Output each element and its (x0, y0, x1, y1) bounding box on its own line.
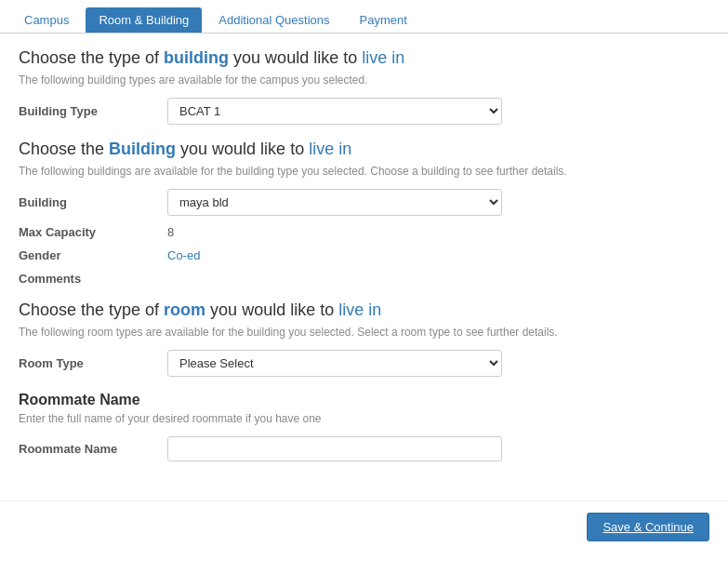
save-continue-button[interactable]: Save & Continue (587, 513, 709, 541)
section-building-type: Choose the type of building you would li… (19, 48, 709, 125)
section3-heading: Choose the type of room you would like t… (19, 300, 709, 320)
section-room-type: Choose the type of room you would like t… (19, 300, 709, 377)
building-type-row: Building Type BCAT 1 BCAT 2 BCAT 3 (19, 98, 709, 125)
max-capacity-value: 8 (167, 225, 174, 239)
section1-subtext: The following building types are availab… (19, 73, 709, 87)
roommate-name-label: Roommate Name (19, 442, 167, 456)
roommate-subtext: Enter the full name of your desired room… (19, 412, 709, 425)
tab-payment[interactable]: Payment (347, 7, 420, 33)
section3-heading-live: live in (338, 300, 381, 319)
section-choose-building: Choose the Building you would like to li… (19, 140, 709, 286)
section1-heading-highlight: building (164, 48, 229, 67)
nav-tabs: Campus Room & Building Additional Questi… (0, 0, 728, 33)
section2-heading: Choose the Building you would like to li… (19, 140, 709, 159)
section3-heading-highlight: room (164, 300, 205, 319)
section1-heading-prefix: Choose the type of (19, 48, 164, 67)
tab-room-building[interactable]: Room & Building (86, 7, 202, 33)
section3-heading-suffix: you would like to (205, 300, 338, 319)
tab-additional-questions[interactable]: Additional Questions (205, 7, 342, 33)
section1-heading-live: live in (362, 48, 404, 67)
room-type-select[interactable]: Please Select (167, 350, 502, 377)
max-capacity-row: Max Capacity 8 (19, 225, 709, 239)
section2-heading-prefix: Choose the (19, 140, 109, 158)
section1-heading-suffix: you would like to (229, 48, 362, 67)
roommate-name-input[interactable] (167, 436, 502, 461)
building-type-label: Building Type (19, 104, 167, 118)
section1-heading: Choose the type of building you would li… (19, 48, 709, 68)
room-type-label: Room Type (19, 356, 167, 370)
section2-heading-suffix: you would like to (176, 140, 309, 158)
gender-label: Gender (19, 248, 167, 262)
tab-campus[interactable]: Campus (11, 7, 82, 33)
building-row: Building maya bld other bld (19, 189, 709, 216)
roommate-heading: Roommate Name (19, 392, 709, 408)
footer-bar: Save & Continue (0, 501, 728, 553)
comments-row: Comments (19, 272, 709, 286)
main-content: Choose the type of building you would li… (0, 33, 728, 491)
building-select[interactable]: maya bld other bld (167, 189, 502, 216)
gender-value: Co-ed (167, 248, 200, 262)
section2-heading-live: live in (309, 140, 351, 158)
building-type-select[interactable]: BCAT 1 BCAT 2 BCAT 3 (167, 98, 502, 125)
section3-heading-prefix: Choose the type of (19, 300, 164, 319)
gender-row: Gender Co-ed (19, 248, 709, 262)
room-type-row: Room Type Please Select (19, 350, 709, 377)
section2-subtext: The following buildings are available fo… (19, 165, 709, 178)
max-capacity-label: Max Capacity (19, 225, 167, 239)
section3-subtext: The following room types are available f… (19, 326, 709, 339)
section-roommate: Roommate Name Enter the full name of you… (19, 392, 709, 461)
section2-heading-highlight: Building (109, 140, 176, 158)
comments-label: Comments (19, 272, 167, 286)
building-label: Building (19, 195, 167, 209)
roommate-name-row: Roommate Name (19, 436, 709, 461)
